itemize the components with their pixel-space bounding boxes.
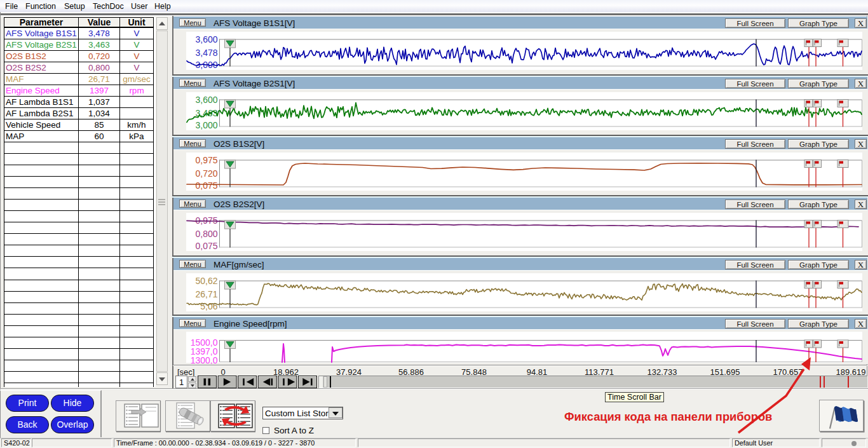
svg-text:0,075: 0,075 xyxy=(195,180,217,191)
svg-text:3,000: 3,000 xyxy=(195,120,217,130)
svg-text:0,975: 0,975 xyxy=(195,215,217,226)
svg-text:3,600: 3,600 xyxy=(195,34,217,44)
svg-text:3,478: 3,478 xyxy=(195,48,217,58)
svg-text:3,600: 3,600 xyxy=(195,95,217,105)
svg-text:1300,0: 1300,0 xyxy=(191,355,218,365)
svg-text:50,62: 50,62 xyxy=(195,276,217,286)
svg-text:0,075: 0,075 xyxy=(195,241,217,251)
svg-text:0,975: 0,975 xyxy=(195,155,217,165)
svg-text:26,71: 26,71 xyxy=(195,289,217,299)
svg-text:5,06: 5,06 xyxy=(200,301,217,311)
svg-text:0,720: 0,720 xyxy=(195,168,217,179)
svg-text:0,800: 0,800 xyxy=(195,229,217,239)
